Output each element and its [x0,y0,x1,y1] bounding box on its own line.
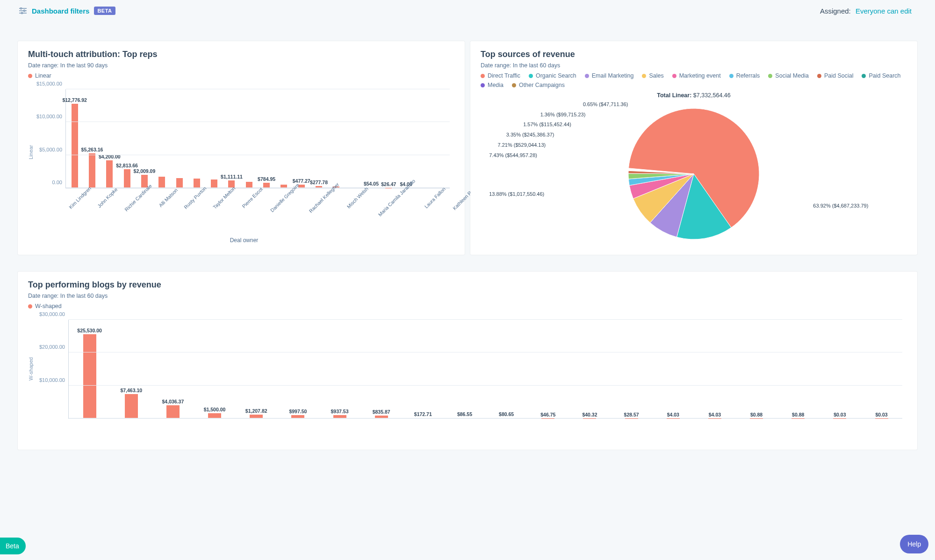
total-linear: Total Linear: $7,332,564.46 [481,92,907,99]
bar-col[interactable] [345,89,362,188]
legend-item-wshaped[interactable]: W-shaped [28,303,62,309]
bar-rect [83,334,96,418]
bar-col[interactable]: $172.71 [402,320,444,418]
card-top-blogs: Top performing blogs by revenue Date ran… [18,272,917,450]
bar-col[interactable]: $4,036.37 [152,320,194,418]
bar-col[interactable]: $477.27 [293,89,310,188]
pie-wrap: Total Linear: $7,332,564.46 63.92% ($4,6… [481,92,907,246]
bar-col[interactable]: $54.05 [362,89,380,188]
bar-col[interactable]: $0.88 [736,320,777,418]
bar-col[interactable]: $4,200.00 [101,89,118,188]
bar-col[interactable]: $25,530.00 [69,320,110,418]
pie-callout: 3.35% ($245,386.37) [506,132,554,137]
bar-col[interactable]: $0.03 [861,320,902,418]
pie-callout: 0.65% ($47,711.36) [583,101,628,107]
legend-item-linear[interactable]: Linear [28,72,51,79]
bar-col[interactable] [432,89,450,188]
pie-callout: 7.21% ($529,044.13) [497,142,546,148]
lower-row: Top performing blogs by revenue Date ran… [0,260,935,487]
legend-item[interactable]: Paid Search [862,72,900,79]
bar-col[interactable] [415,89,432,188]
bar-value-label: $46.75 [540,412,555,417]
bar-col[interactable] [328,89,345,188]
filters-icon [19,7,27,14]
bar-col[interactable]: $0.88 [777,320,819,418]
legend: Linear [28,72,454,79]
bar-value-label: $5,263.16 [81,147,103,152]
legend-item[interactable]: Referrals [729,72,760,79]
bar-col[interactable]: $0.03 [819,320,861,418]
bar-col[interactable] [240,89,258,188]
bar-col[interactable]: $937.53 [319,320,360,418]
y-tick: $10,000.00 [39,377,69,383]
bar-value-label: $835.87 [373,409,390,415]
bar-col[interactable]: $46.75 [527,320,569,418]
x-axis-title: Deal owner [230,237,259,244]
legend-item[interactable]: Paid Social [817,72,854,79]
legend-item[interactable]: Media [481,82,503,88]
bar-col[interactable]: $5,263.16 [83,89,101,188]
legend-item[interactable]: Other Campaigns [512,82,565,88]
bar-col[interactable]: $26.47 [380,89,397,188]
bar-col[interactable]: $1,500.00 [194,320,235,418]
topbar: Dashboard filters BETA Assigned: Everyon… [0,0,935,20]
bar-col[interactable]: $80.65 [486,320,527,418]
bar-rect [176,178,183,188]
svg-point-3 [20,7,22,9]
bar-value-label: $0.88 [750,412,762,417]
legend-item[interactable]: Direct Traffic [481,72,520,79]
bar-col[interactable]: $277.78 [310,89,327,188]
filters-link[interactable]: Dashboard filters [32,7,89,15]
bar-col[interactable]: $40.32 [569,320,611,418]
legend-item[interactable]: Email Marketing [585,72,634,79]
bar-col[interactable]: $86.55 [444,320,485,418]
assigned-value[interactable]: Everyone can edit [856,7,912,15]
bar-col[interactable]: $12,776.92 [66,89,83,188]
bar-value-label: $4.03 [667,412,679,417]
legend: W-shaped [28,303,907,309]
bar-col[interactable]: $4.00 [397,89,415,188]
bar-col[interactable]: $28.57 [611,320,652,418]
bar-col[interactable]: $4.03 [694,320,735,418]
bar-col[interactable]: $784.95 [258,89,275,188]
bar-col[interactable]: $2,009.09 [136,89,153,188]
bar-col[interactable] [206,89,223,188]
bar-col[interactable] [188,89,205,188]
pie-callout: 7.43% ($544,957.28) [489,152,537,158]
svg-point-5 [21,12,22,14]
legend-dot-icon [529,74,533,78]
legend-item[interactable]: Marketing event [672,72,721,79]
bar-rect [125,394,138,418]
bar-col[interactable] [171,89,188,188]
bar-rect [89,153,95,188]
legend-item[interactable]: Sales [642,72,663,79]
bar-col[interactable]: $835.87 [360,320,402,418]
assigned-group[interactable]: Assigned: Everyone can edit [820,7,912,15]
legend-item[interactable]: Social Media [768,72,809,79]
legend-item[interactable]: Organic Search [529,72,576,79]
bar-chart-top-blogs: W-shaped $25,530.00$7,463.10$4,036.37$1,… [34,320,907,441]
bar-value-label: $86.55 [457,411,472,417]
bar-value-label: $1,207.82 [245,408,267,414]
bar-value-label: $997.50 [289,409,307,414]
bar-col[interactable] [153,89,171,188]
bar-col[interactable]: $4.03 [652,320,694,418]
pie-body: 63.92% ($4,687,233.79)13.88% ($1,017,550… [481,101,907,246]
bar-rect [211,179,217,188]
bar-col[interactable]: $1,111.11 [223,89,240,188]
bar-value-label: $80.65 [499,411,514,417]
bar-value-label: $784.95 [258,176,275,182]
card-top-reps: Multi-touch attribution: Top reps Date r… [18,41,465,255]
pie-chart [626,106,762,242]
bar-plot: $25,530.00$7,463.10$4,036.37$1,500.00$1,… [68,320,902,419]
legend-dot-icon [512,83,516,87]
bar-col[interactable]: $997.50 [277,320,319,418]
bar-col[interactable]: $1,207.82 [236,320,277,418]
pie-callout: 1.36% ($99,715.23) [540,112,586,117]
date-range: Date range: In the last 60 days [481,62,907,69]
bar-col[interactable] [275,89,293,188]
filters-group[interactable]: Dashboard filters BETA [19,7,115,15]
bar-col[interactable]: $7,463.10 [110,320,152,418]
legend-dot-icon [729,74,734,78]
bar-value-label: $7,463.10 [120,388,142,393]
